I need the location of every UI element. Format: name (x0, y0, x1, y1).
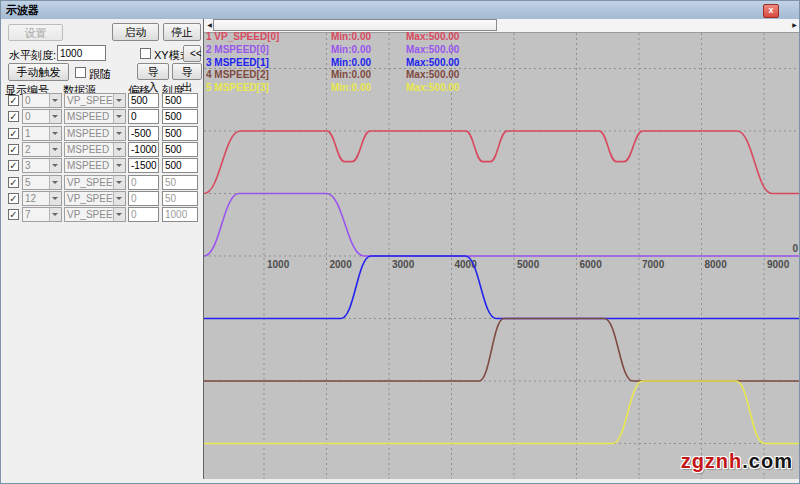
scale-input[interactable]: 500 (162, 126, 198, 141)
control-panel: 设置 启动 停止 水平刻度: XY模式 << 手动触发 跟随 导入 导出 显示编… (1, 19, 203, 479)
chevron-down-icon[interactable] (49, 94, 61, 107)
offset-input[interactable]: -1000 (128, 142, 159, 157)
scale-input[interactable]: 1000 (162, 207, 198, 222)
scroll-right-icon[interactable]: ▶ (789, 19, 800, 32)
legend-max-value: Max:500.00 (406, 31, 459, 42)
data-source-select[interactable]: VP_SPEED (64, 175, 126, 190)
scrollbar-thumb[interactable] (213, 19, 497, 31)
channel-visible-checkbox[interactable]: ✓ (8, 95, 19, 106)
close-icon[interactable]: x (763, 4, 779, 18)
channel-number-select[interactable]: 0 (22, 109, 62, 124)
channel-visible-checkbox[interactable]: ✓ (8, 144, 19, 155)
data-source-select[interactable]: MSPEED (64, 158, 126, 173)
start-button[interactable]: 启动 (112, 23, 159, 41)
channel-row: ✓0MSPEED0500 (1, 109, 203, 124)
chevron-down-icon[interactable] (113, 127, 125, 140)
data-source-select-value: MSPEED (65, 143, 113, 156)
legend-series-name: 4 MSPEED[2] (206, 69, 269, 80)
legend-row: 1 VP_SPEED[0]Min:0.00Max:500.00 (206, 31, 506, 43)
channel-number-select-value: 7 (23, 208, 49, 221)
x-axis-tick-label: 5000 (517, 259, 540, 270)
xy-mode-checkbox[interactable] (140, 48, 151, 59)
offset-input[interactable]: -1500 (128, 158, 159, 173)
channel-number-select-value: 0 (23, 94, 49, 107)
data-source-select-value: VP_SPEED (65, 192, 113, 205)
offset-input[interactable]: 500 (128, 93, 159, 108)
data-source-select-value: MSPEED (65, 110, 113, 123)
chevron-down-icon[interactable] (49, 176, 61, 189)
chevron-down-icon[interactable] (49, 127, 61, 140)
data-source-select[interactable]: VP_SPEED (64, 191, 126, 206)
x-axis-tick-label: 7000 (642, 259, 665, 270)
chart-area: ◀ ▶ 100020003000400050006000700080009000… (203, 19, 800, 479)
data-source-select[interactable]: VP_SPEED (64, 93, 126, 108)
legend-min-value: Min:0.00 (331, 69, 371, 80)
scale-input[interactable]: 500 (162, 142, 198, 157)
channel-visible-checkbox[interactable]: ✓ (8, 111, 19, 122)
collapse-button[interactable]: << (183, 45, 201, 62)
offset-input[interactable]: -500 (128, 126, 159, 141)
chevron-down-icon[interactable] (113, 176, 125, 189)
channel-visible-checkbox[interactable]: ✓ (8, 193, 19, 204)
legend-row: 4 MSPEED[2]Min:0.00Max:500.00 (206, 69, 506, 81)
data-source-select-value: MSPEED (65, 127, 113, 140)
legend-series-name: 5 MSPEED[3] (206, 82, 269, 93)
data-source-select[interactable]: VP_SPEED (64, 207, 126, 222)
stop-button[interactable]: 停止 (163, 23, 201, 41)
chevron-down-icon[interactable] (113, 208, 125, 221)
chevron-down-icon[interactable] (49, 110, 61, 123)
channel-visible-checkbox[interactable]: ✓ (8, 160, 19, 171)
data-source-select-value: VP_SPEED (65, 94, 113, 107)
legend-series-name: 1 VP_SPEED[0] (206, 31, 279, 42)
chevron-down-icon[interactable] (49, 143, 61, 156)
scale-input[interactable]: 50 (162, 191, 198, 206)
channel-visible-checkbox[interactable]: ✓ (8, 128, 19, 139)
chevron-down-icon[interactable] (113, 159, 125, 172)
export-button[interactable]: 导出 (172, 63, 202, 80)
chevron-down-icon[interactable] (113, 94, 125, 107)
chevron-down-icon[interactable] (113, 143, 125, 156)
channel-row: ✓1MSPEED-500500 (1, 126, 203, 141)
waveform-trace-VP_SPEED[0] (204, 131, 800, 194)
chevron-down-icon[interactable] (113, 110, 125, 123)
chevron-down-icon[interactable] (49, 159, 61, 172)
channel-number-select[interactable]: 1 (22, 126, 62, 141)
offset-input[interactable]: 0 (128, 191, 159, 206)
legend-max-value: Max:500.00 (406, 44, 459, 55)
channel-number-select[interactable]: 5 (22, 175, 62, 190)
offset-input[interactable]: 0 (128, 175, 159, 190)
chevron-down-icon[interactable] (113, 192, 125, 205)
channel-number-select[interactable]: 2 (22, 142, 62, 157)
channel-number-select[interactable]: 0 (22, 93, 62, 108)
channel-number-select[interactable]: 3 (22, 158, 62, 173)
data-source-select[interactable]: MSPEED (64, 109, 126, 124)
channel-number-select-value: 1 (23, 127, 49, 140)
chevron-down-icon[interactable] (49, 208, 61, 221)
channel-visible-checkbox[interactable]: ✓ (8, 177, 19, 188)
scale-input[interactable]: 50 (162, 175, 198, 190)
scale-input[interactable]: 500 (162, 109, 198, 124)
data-source-select[interactable]: MSPEED (64, 126, 126, 141)
manual-trigger-button[interactable]: 手动触发 (8, 63, 69, 81)
x-axis-tick-label: 2000 (330, 259, 353, 270)
watermark-right: .com (742, 450, 793, 472)
legend-row: 2 MSPEED[0]Min:0.00Max:500.00 (206, 44, 506, 56)
horizontal-scale-input[interactable] (57, 45, 106, 61)
channel-number-select-value: 12 (23, 192, 49, 205)
settings-button[interactable]: 设置 (8, 24, 63, 41)
waveform-plot: 1000200030004000500060007000800090000 (204, 33, 800, 479)
channel-number-select[interactable]: 12 (22, 191, 62, 206)
y-axis-zero-label: 0 (792, 243, 798, 254)
waveform-trace-MSPEED[0] (204, 194, 800, 257)
follow-checkbox[interactable] (75, 67, 86, 78)
scale-input[interactable]: 500 (162, 158, 198, 173)
scale-input[interactable]: 500 (162, 93, 198, 108)
offset-input[interactable]: 0 (128, 207, 159, 222)
channel-visible-checkbox[interactable]: ✓ (8, 209, 19, 220)
channel-number-select[interactable]: 7 (22, 207, 62, 222)
data-source-select[interactable]: MSPEED (64, 142, 126, 157)
oscilloscope-window: 示波器 x 设置 启动 停止 水平刻度: XY模式 << 手动触发 跟随 导入 … (0, 0, 800, 484)
chevron-down-icon[interactable] (49, 192, 61, 205)
offset-input[interactable]: 0 (128, 109, 159, 124)
import-button[interactable]: 导入 (137, 63, 169, 80)
